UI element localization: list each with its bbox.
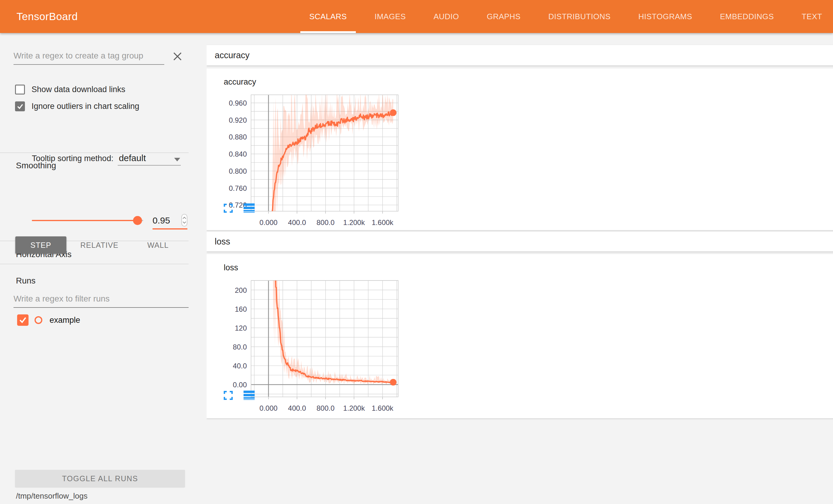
run-checkbox-icon[interactable] xyxy=(17,314,28,326)
sidebar: Show data download links Ignore outliers… xyxy=(0,33,207,504)
tab-scalars[interactable]: SCALARS xyxy=(300,0,356,33)
relative-button[interactable]: RELATIVE xyxy=(74,236,125,254)
expand-chart-icon[interactable] xyxy=(224,204,233,213)
chart-title: accuracy xyxy=(224,77,256,87)
run-color-swatch xyxy=(34,316,42,324)
chart-toolbar xyxy=(224,203,255,213)
svg-text:1.600k: 1.600k xyxy=(372,219,394,227)
horizontal-axis-buttons: STEP RELATIVE WALL xyxy=(15,236,184,254)
tag-filter-input[interactable] xyxy=(14,47,164,65)
svg-text:160: 160 xyxy=(235,305,247,313)
main-content: accuracy accuracy 0.000400.0800.01.200k1… xyxy=(206,33,833,504)
checkbox-icon[interactable] xyxy=(15,84,25,95)
logdir-path: /tmp/tensorflow_logs xyxy=(16,492,87,501)
svg-text:0.840: 0.840 xyxy=(229,150,247,158)
tab-embeddings[interactable]: EMBEDDINGS xyxy=(711,0,783,33)
toggle-all-runs-button[interactable]: TOGGLE ALL RUNS xyxy=(15,470,185,487)
tab-graphs[interactable]: GRAPHS xyxy=(478,0,530,33)
tooltip-sort-dropdown[interactable]: default xyxy=(118,153,181,166)
smoothing-value-underline xyxy=(152,228,187,229)
svg-text:200: 200 xyxy=(235,286,247,294)
svg-text:0.000: 0.000 xyxy=(259,219,278,227)
runs-filter-input[interactable] xyxy=(14,291,189,308)
tag-group-header-loss[interactable]: loss xyxy=(206,232,833,251)
checkbox-label: Show data download links xyxy=(31,85,125,94)
divider xyxy=(0,264,189,264)
expand-chart-icon[interactable] xyxy=(224,391,233,400)
svg-text:40.0: 40.0 xyxy=(233,362,247,370)
svg-text:0.920: 0.920 xyxy=(229,116,247,124)
smoothing-label: Smoothing xyxy=(16,161,56,170)
checkbox-icon[interactable] xyxy=(15,101,25,111)
checkbox-label: Ignore outliers in chart scaling xyxy=(31,102,139,111)
svg-text:0.000: 0.000 xyxy=(259,404,278,412)
svg-text:0.800: 0.800 xyxy=(229,167,247,175)
svg-text:0.00: 0.00 xyxy=(233,381,247,389)
runs-list-icon[interactable] xyxy=(243,203,255,213)
close-icon[interactable] xyxy=(172,51,183,62)
tag-group-title: loss xyxy=(215,237,230,247)
run-item-example[interactable]: example xyxy=(17,314,80,326)
svg-text:800.0: 800.0 xyxy=(316,219,335,227)
tensorboard-app: TensorBoard SCALARSIMAGESAUDIOGRAPHSDIST… xyxy=(0,0,833,504)
chart-title: loss xyxy=(224,263,238,272)
chart-card-loss: loss 0.000400.0800.01.200k1.600k20016012… xyxy=(206,254,833,418)
app-header: TensorBoard SCALARSIMAGESAUDIOGRAPHSDIST… xyxy=(0,0,833,33)
wall-button[interactable]: WALL xyxy=(133,236,184,254)
tab-images[interactable]: IMAGES xyxy=(365,0,415,33)
runs-label: Runs xyxy=(16,276,35,285)
svg-text:800.0: 800.0 xyxy=(316,404,335,412)
svg-text:0.960: 0.960 xyxy=(229,99,247,107)
svg-text:120: 120 xyxy=(235,324,247,332)
tab-distributions[interactable]: DISTRIBUTIONS xyxy=(539,0,619,33)
show-download-links-row[interactable]: Show data download links xyxy=(15,84,125,95)
chevron-down-icon xyxy=(174,158,180,161)
runs-filter-row xyxy=(14,291,189,308)
svg-text:0.880: 0.880 xyxy=(229,133,247,141)
nav-tabs: SCALARSIMAGESAUDIOGRAPHSDISTRIBUTIONSHIS… xyxy=(300,0,831,33)
smoothing-value-input[interactable]: 0.95 xyxy=(152,215,182,227)
smoothing-stepper[interactable] xyxy=(182,214,187,227)
step-button[interactable]: STEP xyxy=(15,236,66,254)
chart-card-accuracy: accuracy 0.000400.0800.01.200k1.600k0.96… xyxy=(206,68,833,230)
tab-text[interactable]: TEXT xyxy=(793,0,831,33)
ignore-outliers-row[interactable]: Ignore outliers in chart scaling xyxy=(15,101,139,111)
chevron-down-icon xyxy=(183,221,186,224)
slider-fill xyxy=(32,220,138,221)
runs-list-icon[interactable] xyxy=(243,390,255,400)
svg-text:1.200k: 1.200k xyxy=(343,219,365,227)
smoothing-slider[interactable] xyxy=(32,220,143,221)
chevron-up-icon xyxy=(183,217,186,219)
slider-thumb[interactable] xyxy=(133,216,142,225)
run-label: example xyxy=(50,316,80,325)
tab-audio[interactable]: AUDIO xyxy=(425,0,468,33)
svg-text:0.760: 0.760 xyxy=(229,184,247,192)
svg-text:80.0: 80.0 xyxy=(233,343,247,351)
divider xyxy=(0,152,189,153)
svg-text:1.200k: 1.200k xyxy=(343,404,365,412)
tag-group-title: accuracy xyxy=(215,50,249,60)
chart-toolbar xyxy=(224,390,255,400)
tag-group-header-accuracy[interactable]: accuracy xyxy=(206,45,833,66)
svg-text:1.600k: 1.600k xyxy=(372,404,394,412)
app-title: TensorBoard xyxy=(17,0,78,33)
svg-text:400.0: 400.0 xyxy=(288,219,306,227)
tag-filter-row xyxy=(14,47,183,65)
tab-histograms[interactable]: HISTOGRAMS xyxy=(629,0,701,33)
svg-text:400.0: 400.0 xyxy=(288,404,306,412)
tooltip-sort-value: default xyxy=(119,153,146,163)
